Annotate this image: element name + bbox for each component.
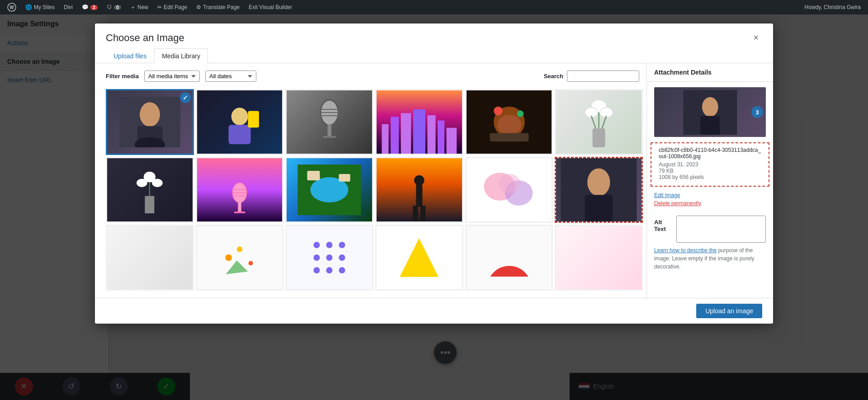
admin-bar-right: Howdy, Christina Gwira — [801, 0, 864, 14]
svg-point-57 — [587, 168, 610, 196]
exit-visual-builder-item[interactable]: Exit Visual Builder — [245, 0, 296, 14]
filter-date-select[interactable]: All dates January 2024 August 2023 — [205, 71, 256, 82]
wp-logo-item[interactable]: W — [4, 0, 20, 14]
edit-image-link[interactable]: Edit Image — [654, 192, 766, 198]
annotation-1: 1 — [106, 116, 106, 128]
edit-icon: ✏ — [157, 4, 162, 10]
attachment-details-header: Attachment Details — [647, 63, 773, 82]
filter-label: Filter media — [106, 73, 139, 80]
translate-page-item[interactable]: ⚙ Translate Page — [193, 0, 243, 14]
divi-label: Divi — [64, 4, 73, 10]
svg-rect-26 — [490, 133, 528, 141]
edit-page-item[interactable]: ✏ Edit Page — [154, 0, 191, 14]
search-input[interactable] — [567, 71, 639, 82]
media-thumb-1[interactable]: ✓ 1 — [106, 89, 194, 155]
bubble-item[interactable]: 🗨 0 — [103, 0, 125, 14]
svg-point-64 — [326, 242, 333, 248]
new-item[interactable]: ＋ New — [127, 0, 152, 14]
media-thumb-15[interactable] — [285, 225, 373, 291]
wordpress-icon: W — [7, 3, 16, 12]
preview-image — [665, 90, 755, 135]
choose-image-modal: Choose an Image × Upload files Media Lib… — [95, 24, 773, 324]
svg-rect-17 — [401, 113, 411, 154]
attachment-preview: 3 — [647, 82, 773, 142]
svg-rect-7 — [228, 125, 250, 144]
attachment-meta: cb82fc0f-c8b0-4110-b4c4-3053113addca_out… — [651, 142, 769, 187]
svg-point-49 — [414, 175, 424, 185]
svg-point-6 — [231, 108, 248, 125]
search-label: Search — [544, 73, 563, 80]
media-area: Filter media All media items Images Audi… — [95, 63, 646, 298]
media-thumb-14[interactable] — [196, 225, 284, 291]
media-thumb-11[interactable] — [465, 157, 553, 223]
attachment-actions: Edit Image Delete permanently — [647, 192, 773, 212]
media-thumb-4[interactable] — [375, 89, 463, 155]
svg-point-60 — [237, 247, 242, 252]
comments-badge: 2 — [90, 5, 98, 10]
media-thumb-18[interactable] — [555, 225, 643, 291]
divi-item[interactable]: Divi — [60, 0, 76, 14]
my-sites-item[interactable]: 🌐 My Sites — [22, 0, 58, 14]
svg-point-59 — [225, 254, 232, 261]
media-thumb-3[interactable] — [285, 89, 373, 155]
alt-text-input[interactable] — [676, 216, 766, 243]
svg-point-61 — [249, 261, 253, 265]
alt-text-section: Alt Text Learn how to describe the purpo… — [647, 212, 773, 278]
media-thumb-12[interactable]: 2 — [555, 157, 643, 223]
user-greeting: Howdy, Christina Gwira — [805, 4, 861, 10]
upload-image-button[interactable]: Upload an image — [696, 304, 762, 318]
svg-marker-72 — [400, 238, 439, 277]
svg-point-65 — [339, 242, 345, 248]
svg-rect-75 — [700, 116, 720, 135]
media-thumb-13[interactable] — [106, 225, 194, 291]
svg-rect-51 — [413, 206, 418, 221]
modal-title: Choose an Image — [106, 32, 184, 44]
attachment-size: 79 KB — [659, 168, 761, 174]
svg-rect-47 — [307, 171, 320, 180]
svg-point-66 — [314, 254, 320, 261]
person-svg — [116, 97, 184, 147]
svg-rect-40 — [238, 202, 241, 212]
svg-point-71 — [339, 267, 345, 273]
media-grid-wrapper[interactable]: ✓ 1 — [106, 89, 646, 298]
comments-item[interactable]: 💬 2 — [78, 0, 101, 14]
media-thumb-8[interactable] — [196, 157, 284, 223]
attachment-date: August 31, 2023 — [659, 161, 761, 168]
svg-rect-11 — [323, 136, 336, 138]
media-thumb-7[interactable] — [106, 157, 194, 223]
admin-bar: W 🌐 My Sites Divi 💬 2 🗨 0 ＋ New ✏ Edit P… — [0, 0, 868, 14]
delete-image-link[interactable]: Delete permanently — [654, 200, 766, 207]
svg-point-67 — [326, 254, 333, 261]
comments-icon: 💬 — [82, 4, 89, 10]
media-thumb-17[interactable] — [465, 225, 553, 291]
svg-point-55 — [498, 174, 520, 193]
svg-point-24 — [494, 107, 503, 116]
svg-marker-62 — [226, 260, 248, 274]
media-thumb-10[interactable] — [375, 157, 463, 223]
media-thumb-5[interactable] — [465, 89, 553, 155]
svg-rect-20 — [438, 120, 444, 153]
svg-point-74 — [702, 97, 718, 117]
svg-point-69 — [314, 267, 320, 273]
svg-rect-34 — [145, 196, 155, 213]
svg-point-25 — [517, 110, 524, 117]
modal-footer: Upload an image — [95, 298, 773, 324]
filter-bar: Filter media All media items Images Audi… — [106, 71, 646, 82]
svg-rect-18 — [413, 109, 425, 154]
svg-rect-16 — [391, 117, 399, 154]
svg-point-63 — [314, 242, 320, 248]
learn-link[interactable]: Learn how to describe the — [654, 247, 717, 254]
media-grid: ✓ 1 — [106, 89, 643, 298]
media-thumb-16[interactable] — [375, 225, 463, 291]
media-thumb-6[interactable] — [555, 89, 643, 155]
filter-media-select[interactable]: All media items Images Audio Video — [144, 71, 200, 82]
modal-close-button[interactable]: × — [750, 31, 762, 45]
tab-media-library[interactable]: Media Library — [154, 48, 208, 63]
svg-point-36 — [137, 179, 147, 187]
exit-label: Exit Visual Builder — [249, 4, 292, 10]
media-thumb-9[interactable] — [285, 157, 373, 223]
media-thumb-2[interactable] — [196, 89, 284, 155]
user-info[interactable]: Howdy, Christina Gwira — [801, 0, 864, 14]
alt-text-label: Alt Text — [654, 219, 671, 232]
tab-upload-files[interactable]: Upload files — [106, 48, 154, 63]
